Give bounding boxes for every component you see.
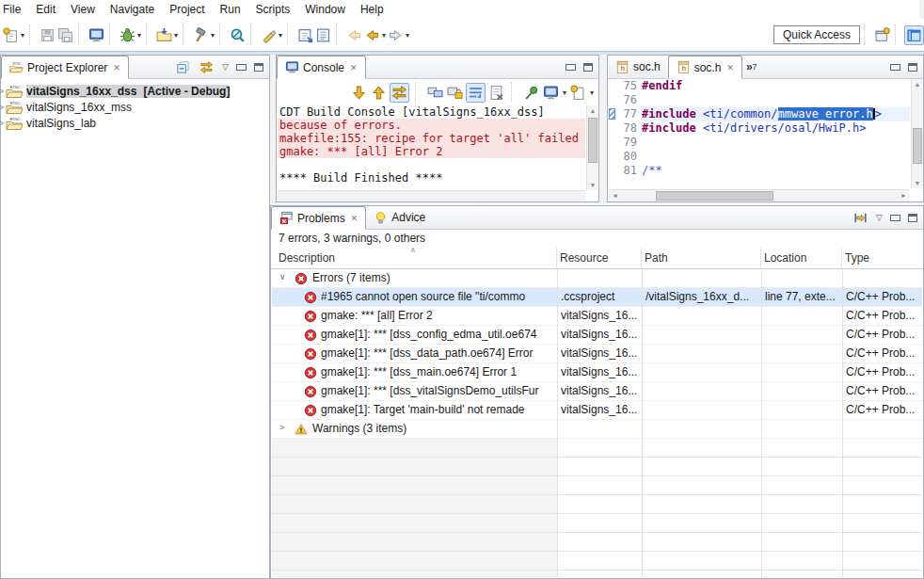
table-row[interactable]: gmake: *** [all] Error 2 vitalSigns_16..…	[272, 307, 922, 326]
code-editor[interactable]: 75#endif 76 77#include <ti/common/mmwave…	[609, 79, 910, 188]
editor-vertical-scrollbar[interactable]: ▲ ▼	[911, 79, 923, 188]
table-row[interactable]: gmake[1]: *** [dss_data_path.oe674] Erro…	[272, 345, 922, 363]
menu-edit[interactable]: Edit	[28, 0, 63, 19]
highlight-dropdown-icon[interactable]: ▾	[279, 31, 282, 40]
menu-view[interactable]: View	[63, 0, 103, 19]
display-selected-console-button[interactable]	[426, 84, 444, 102]
menu-navigate[interactable]: Navigate	[103, 0, 162, 19]
column-divider[interactable]	[841, 248, 842, 268]
maximize-icon[interactable]	[908, 214, 917, 222]
column-header-location[interactable]: Location	[764, 251, 806, 265]
save-all-button[interactable]	[56, 26, 74, 44]
column-header-description[interactable]: Description	[279, 251, 335, 265]
ccs-edit-perspective-button[interactable]	[904, 25, 924, 45]
build-dropdown-icon[interactable]: ▾	[211, 31, 215, 40]
tab-soc-h-1[interactable]: soc.h	[608, 56, 668, 79]
scrollbar-thumb[interactable]	[656, 191, 773, 201]
menu-help[interactable]: Help	[353, 0, 391, 19]
column-divider[interactable]	[556, 248, 557, 268]
filter-button[interactable]	[852, 210, 868, 226]
tab-console[interactable]: Console ✕	[277, 56, 366, 79]
errors-group-row[interactable]: ∨ Errors (7 items)	[272, 269, 922, 288]
view-menu-icon[interactable]: ▽	[876, 213, 883, 222]
scroll-right-arrow-icon[interactable]: ►	[900, 192, 907, 199]
scroll-up-button[interactable]	[370, 84, 388, 102]
table-row[interactable]: gmake[1]: *** [dss_main.oe674] Error 1 v…	[272, 363, 922, 382]
table-row[interactable]: gmake[1]: *** [dss_config_edma_util.oe67…	[272, 326, 922, 345]
scroll-up-arrow-icon[interactable]: ▲	[587, 107, 598, 114]
tab-soc-h-2[interactable]: soc.h ✕	[668, 56, 742, 79]
new-button[interactable]	[2, 26, 20, 44]
maximize-icon[interactable]	[254, 63, 263, 72]
close-icon[interactable]: ✕	[350, 63, 358, 72]
clear-console-button[interactable]	[487, 84, 505, 102]
table-row[interactable]: gmake[1]: Target 'main-build' not remade…	[272, 401, 922, 420]
back-button[interactable]	[363, 26, 381, 44]
table-row[interactable]: gmake[1]: *** [dss_vitalSignsDemo_utilsF…	[272, 382, 922, 401]
new-dropdown-icon[interactable]: ▾	[21, 31, 24, 40]
open-console-button[interactable]	[542, 84, 560, 102]
console-horizontal-scrollbar[interactable]	[278, 190, 585, 201]
save-button[interactable]	[39, 26, 56, 44]
console-vertical-scrollbar[interactable]: ▲ ▼	[586, 105, 598, 190]
scroll-down-arrow-icon[interactable]: ▼	[912, 180, 923, 186]
back-dropdown-icon[interactable]: ▾	[382, 31, 386, 40]
tab-project-explorer[interactable]: Project Explorer ✕	[1, 56, 129, 79]
open-element-button[interactable]	[314, 26, 332, 44]
chevron-right-icon[interactable]: >	[279, 423, 284, 432]
column-header-resource[interactable]: Resource	[560, 251, 608, 265]
tab-advice[interactable]: Advice	[366, 206, 433, 230]
tree-item-vitalsigns-16xx-mss[interactable]: > vitalSigns_16xx_mss	[1, 99, 269, 115]
menu-file[interactable]: File	[0, 0, 28, 19]
link-with-editor-button[interactable]	[199, 59, 215, 75]
new-console-dropdown-icon[interactable]: ▾	[590, 88, 594, 97]
scroll-left-arrow-icon[interactable]: ◄	[612, 192, 618, 199]
column-divider[interactable]	[641, 248, 642, 268]
scrollbar-thumb[interactable]	[913, 128, 922, 164]
menu-project[interactable]: Project	[162, 0, 212, 19]
scroll-up-arrow-icon[interactable]: ▲	[912, 81, 923, 88]
load-dropdown-icon[interactable]: ▾	[174, 31, 178, 40]
tree-item-vitalsigns-lab[interactable]: > vitalSigns_lab	[1, 115, 269, 131]
console-output[interactable]: CDT Build Console [vitalSigns_16xx_dss] …	[278, 105, 585, 190]
debug-dropdown-icon[interactable]: ▾	[137, 31, 141, 40]
link-console-button[interactable]	[390, 83, 409, 103]
build-button[interactable]	[192, 26, 210, 44]
forward-dropdown-icon[interactable]: ▾	[406, 31, 409, 40]
warnings-group-row[interactable]: > Warnings (3 items)	[272, 420, 922, 439]
column-header-path[interactable]: Path	[645, 251, 668, 265]
menu-scripts[interactable]: Scripts	[248, 0, 298, 19]
hidden-editors-icon[interactable]: »	[746, 60, 753, 73]
close-icon[interactable]: ✕	[726, 63, 734, 72]
search-button[interactable]	[229, 26, 247, 44]
menu-run[interactable]: Run	[213, 0, 248, 19]
chevron-down-icon[interactable]: ∨	[279, 272, 286, 281]
tree-item-vitalsigns-16xx-dss[interactable]: > vitalSigns_16xx_dss[Active - Debug]	[1, 83, 269, 99]
last-edit-location-button[interactable]	[345, 26, 363, 44]
close-icon[interactable]: ✕	[351, 214, 358, 223]
column-divider[interactable]	[760, 248, 761, 268]
debug-button[interactable]	[119, 26, 136, 44]
pin-console-button[interactable]	[522, 84, 540, 102]
open-resource-button[interactable]	[296, 26, 314, 44]
minimize-icon[interactable]	[566, 64, 576, 71]
collapse-all-button[interactable]	[175, 59, 191, 75]
minimize-icon[interactable]	[236, 64, 247, 71]
editor-horizontal-scrollbar[interactable]: ◄ ►	[609, 189, 910, 201]
scrollbar-thumb[interactable]	[588, 118, 597, 163]
menu-window[interactable]: Window	[297, 0, 353, 19]
close-icon[interactable]: ✕	[113, 63, 120, 72]
show-console-button[interactable]	[88, 26, 105, 44]
minimize-icon[interactable]	[890, 215, 900, 221]
scroll-down-arrow-icon[interactable]: ▼	[587, 182, 598, 188]
open-console-dropdown-icon[interactable]: ▾	[563, 88, 566, 97]
maximize-icon[interactable]	[583, 63, 593, 72]
word-wrap-button[interactable]	[466, 83, 486, 103]
view-menu-icon[interactable]: ▽	[222, 62, 229, 72]
minimize-icon[interactable]	[890, 64, 900, 71]
highlight-button[interactable]	[260, 26, 278, 44]
table-row[interactable]: #1965 cannot open source file "ti/commo …	[272, 288, 922, 307]
lock-console-button[interactable]	[446, 84, 464, 102]
new-console-button[interactable]	[569, 84, 587, 102]
load-program-button[interactable]	[155, 26, 173, 44]
